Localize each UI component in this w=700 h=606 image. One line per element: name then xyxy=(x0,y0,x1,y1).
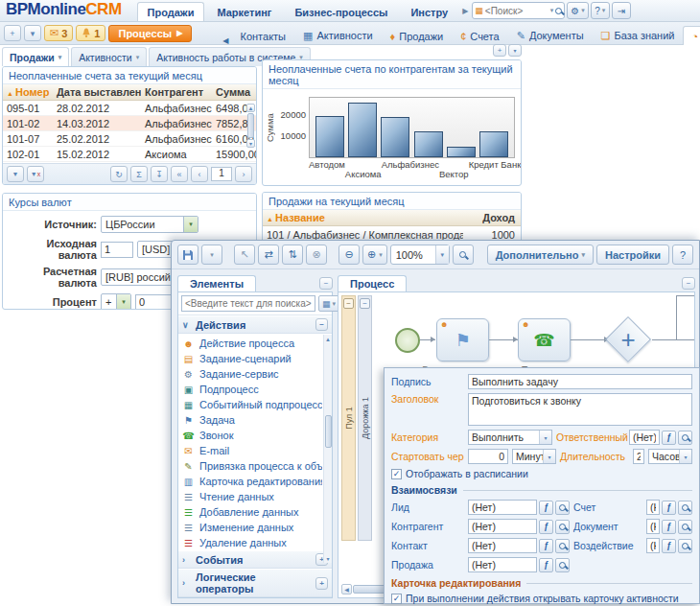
lane-strip[interactable]: − Дорожка 1 xyxy=(358,295,372,541)
more-button[interactable]: Дополнительно ▾ xyxy=(487,245,594,265)
top-tab-processes[interactable]: Бизнес-процессы xyxy=(284,2,398,21)
table-row[interactable]: 101-07 25.02.2012 Альфабизнес 6160,00 xyxy=(3,131,256,147)
parameter-button[interactable]: ƒ xyxy=(539,520,553,534)
export-button[interactable]: ↧ xyxy=(151,166,168,182)
tab-knowledge-base[interactable]: ❏ База знаний xyxy=(593,25,684,45)
section-actions[interactable]: ∨ Действия − xyxy=(178,315,332,334)
connector[interactable] xyxy=(571,339,609,340)
add-widget-button[interactable]: + xyxy=(493,44,506,57)
bar-avtodom[interactable] xyxy=(315,116,344,157)
account-input[interactable] xyxy=(468,519,537,534)
view-mode-button[interactable]: ▦ ▾ xyxy=(318,295,339,312)
lookup-button[interactable] xyxy=(555,520,570,534)
tab-documents[interactable]: ✎ Документы xyxy=(508,25,593,45)
parameter-button[interactable]: ƒ xyxy=(539,558,553,572)
scroll-left-icon[interactable]: ◀ xyxy=(341,584,352,594)
collapse-section-icon[interactable]: − xyxy=(315,318,328,331)
prev-page-button[interactable]: ‹ xyxy=(191,166,208,182)
filter-button[interactable]: ▼ xyxy=(7,166,24,182)
parameter-button[interactable]: ƒ xyxy=(539,501,553,515)
list-item[interactable]: ✉E-mail xyxy=(182,443,322,458)
lookup-button[interactable] xyxy=(555,558,570,572)
lookup-button[interactable] xyxy=(678,431,692,445)
refresh-button[interactable]: ↻ xyxy=(110,166,128,182)
table-row-selected[interactable]: 101-02 14.03.2012 Альфабизнес 7852,80 xyxy=(3,116,256,131)
settings-button[interactable]: Настройки xyxy=(596,245,669,265)
scroll-down-icon[interactable]: ▾ xyxy=(324,554,333,563)
lookup-button[interactable] xyxy=(678,539,692,553)
zoom-in-button[interactable]: ⊕▾ xyxy=(362,245,387,265)
view-tab-activities[interactable]: Активности ▾ xyxy=(71,47,147,66)
add-dropdown-button[interactable]: ▾ xyxy=(24,25,41,41)
column-name[interactable]: ▲Название xyxy=(263,210,463,225)
column-date[interactable]: Дата выставления xyxy=(53,84,141,100)
filter-clear-button[interactable]: ▼x xyxy=(27,166,44,182)
document-input[interactable] xyxy=(646,519,660,534)
parameter-button[interactable]: ƒ xyxy=(662,520,676,534)
help-button[interactable]: ? ▾ xyxy=(591,2,610,19)
tab-sales[interactable]: ♦ Продажи xyxy=(382,26,453,45)
top-tab-tools[interactable]: Инстру xyxy=(400,2,458,21)
logout-button[interactable]: ⇥ xyxy=(612,2,631,19)
scroll-down-icon[interactable]: ▾ xyxy=(246,139,255,148)
tab-activities[interactable]: ▦ Активности xyxy=(294,25,382,45)
section-events[interactable]: › События + xyxy=(178,550,332,569)
lookup-button[interactable] xyxy=(678,501,692,515)
add-button[interactable]: + xyxy=(4,25,21,41)
bar-vektor[interactable] xyxy=(414,131,443,157)
delete-element-button[interactable]: ⊗ xyxy=(306,245,327,265)
top-tab-sales[interactable]: Продажи xyxy=(137,2,205,21)
list-item[interactable]: ⚑Задача xyxy=(182,412,322,428)
category-select[interactable]: Выполнить ▾ xyxy=(468,430,552,445)
collapse-panel-button[interactable]: − xyxy=(319,277,333,290)
source-select[interactable]: ЦБРоссии ▾ xyxy=(101,216,198,233)
caption-input[interactable] xyxy=(468,374,692,389)
scroll-thumb[interactable] xyxy=(325,415,332,448)
show-in-schedule-checkbox[interactable]: ✓ xyxy=(391,469,402,479)
magnifier-button[interactable] xyxy=(453,245,474,265)
invoice-input[interactable] xyxy=(646,500,660,515)
list-item[interactable]: ▦Событийный подпроцесс xyxy=(182,397,322,412)
duration-input[interactable] xyxy=(633,449,644,464)
column-number[interactable]: ▲Номер xyxy=(3,84,53,100)
scroll-thumb[interactable] xyxy=(247,113,254,138)
parameter-button[interactable]: ƒ xyxy=(539,539,553,553)
zoom-out-button[interactable]: ⊖ xyxy=(338,245,360,265)
next-page-button[interactable]: › xyxy=(235,166,252,182)
list-item[interactable]: ▥Карточка редактирования xyxy=(182,474,322,489)
title-textarea[interactable]: Подготовиться к звонку xyxy=(468,393,692,426)
search-input[interactable] xyxy=(485,6,548,16)
pool-strip[interactable]: − Пул 1 xyxy=(341,295,356,541)
page-number[interactable]: 1 xyxy=(211,167,232,181)
campaign-input[interactable] xyxy=(646,538,660,553)
widget-menu-button[interactable]: ▾ xyxy=(508,44,522,57)
lookup-button[interactable] xyxy=(555,539,570,553)
top-tab-marketing[interactable]: Маркетинг xyxy=(206,2,282,21)
element-search-input[interactable] xyxy=(181,295,315,312)
tab-process[interactable]: Процесс xyxy=(338,275,407,291)
parameter-button[interactable]: ƒ xyxy=(662,501,676,515)
open-card-checkbox[interactable]: ✓ xyxy=(391,594,402,604)
tabs-overflow-icon[interactable]: ▶ xyxy=(462,7,468,15)
list-item[interactable]: ☻Действие процесса xyxy=(182,336,322,351)
tab-elements[interactable]: Элементы xyxy=(177,275,256,291)
start-in-input[interactable] xyxy=(468,449,508,464)
bar-kredit-bank[interactable] xyxy=(447,147,476,157)
scroll-up-icon[interactable]: ▲ xyxy=(324,335,333,343)
help-button[interactable]: ? xyxy=(672,245,693,265)
list-item[interactable]: ▤Задание-сценарий xyxy=(182,351,322,366)
start-event-node[interactable] xyxy=(395,328,420,353)
search-scope-icon[interactable]: ▦ xyxy=(475,6,483,15)
task-node-call[interactable]: ☻ ☎ xyxy=(518,318,571,361)
start-in-unit-select[interactable]: Минут ▾ xyxy=(512,449,556,464)
list-item[interactable]: ☰Изменение данных xyxy=(182,520,322,535)
elements-scrollbar[interactable]: ▲ ▾ xyxy=(323,335,332,563)
save-button[interactable] xyxy=(177,245,198,265)
list-item[interactable]: ✎Привязка процесса к объекту xyxy=(182,458,322,474)
save-menu-button[interactable]: ▾ xyxy=(201,245,222,265)
list-item[interactable]: ☰Чтение данных xyxy=(182,489,322,504)
parameter-button[interactable]: ƒ xyxy=(662,539,676,553)
table-scrollbar[interactable]: ▲ ▾ xyxy=(246,104,255,161)
collapse-canvas-button[interactable]: − xyxy=(682,277,695,290)
summary-button[interactable]: Σ xyxy=(130,166,148,182)
